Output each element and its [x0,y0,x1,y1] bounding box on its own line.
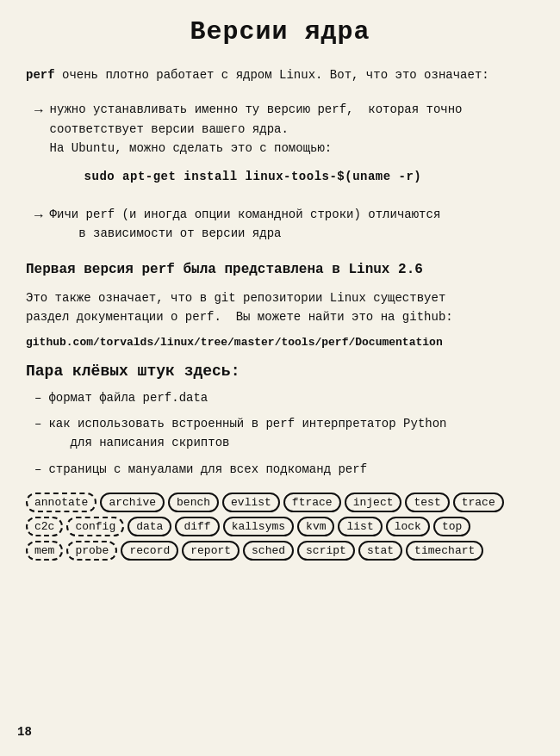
tag-ftrace: ftrace [283,493,341,512]
tags-section: annotate archive bench evlist ftrace inj… [26,493,534,561]
bullet-line-1: нужно устанавливать именно ту версию per… [50,100,534,158]
tag-timechart: timechart [406,541,483,561]
tags-row-1: annotate archive bench evlist ftrace inj… [26,493,534,512]
bullet-item-2: → Фичи perf (и иногда опции командной ст… [34,205,534,244]
tag-diff: diff [175,517,219,536]
bullet-text-1: нужно устанавливать именно ту версию per… [50,100,534,195]
tag-inject: inject [345,493,402,512]
tag-kvm: kvm [297,517,334,536]
dash-sym-3: – [34,460,41,479]
tag-sched: sched [243,541,294,561]
dash-sym-2: – [34,414,41,433]
tag-test: test [405,493,449,512]
tag-stat: stat [358,541,402,561]
tag-bench: bench [168,493,219,512]
tag-c2c: c2c [26,517,63,536]
arrow-icon-1: → [34,101,43,123]
intro-text: очень плотно работает с ядром Linux. Вот… [55,68,489,82]
tag-list: list [338,517,382,536]
tag-archive: archive [100,493,165,512]
tag-annotate: annotate [26,493,96,512]
dash-sym-1: – [34,388,41,407]
tag-trace: trace [453,493,504,512]
intro-paragraph: perf очень плотно работает с ядром Linux… [26,65,534,84]
page-title: Версии ядра [26,17,534,46]
tag-config: config [66,517,124,536]
perf-bold: perf [26,68,55,82]
code-command: sudo apt-get install linux-tools-$(uname… [84,167,534,186]
tag-top: top [433,517,470,536]
tags-row-3: mem probe record report sched script sta… [26,541,534,561]
tags-row-2: c2c config data diff kallsyms kvm list l… [26,517,534,536]
dash-item-1: – формат файла perf.data [34,388,534,407]
section-heading-2: Пара клёвых штук здесь: [26,363,534,380]
arrow-icon-2: → [34,206,43,228]
dash-text-1: формат файла perf.data [48,388,208,407]
section-heading-1: Первая версия perf была представлена в L… [26,259,534,280]
bullet-text-2: Фичи perf (и иногда опции командной стро… [50,205,534,244]
tag-kallsyms: kallsyms [223,517,294,536]
dash-item-2: – как использовать встроенный в perf инт… [34,414,534,453]
page-number: 18 [17,725,32,739]
dash-item-3: – страницы с мануалами для всех подкоман… [34,460,534,479]
tag-report: report [182,541,240,561]
body-text-1: Это также означает, что в git репозитори… [26,288,534,327]
bullet-list: → нужно устанавливать именно ту версию p… [34,100,534,243]
github-link: github.com/torvalds/linux/tree/master/to… [26,336,534,349]
tag-record: record [121,541,178,561]
tag-lock: lock [386,517,430,536]
dash-text-2: как использовать встроенный в perf интер… [48,414,446,453]
tag-data: data [128,517,171,536]
dash-list: – формат файла perf.data – как использов… [34,388,534,480]
bullet-item-1: → нужно устанавливать именно ту версию p… [34,100,534,195]
tag-evlist: evlist [222,493,280,512]
tag-probe: probe [66,541,117,561]
tag-script: script [297,541,355,561]
tag-mem: mem [26,541,63,561]
dash-text-3: страницы с мануалами для всех подкоманд … [48,460,367,479]
